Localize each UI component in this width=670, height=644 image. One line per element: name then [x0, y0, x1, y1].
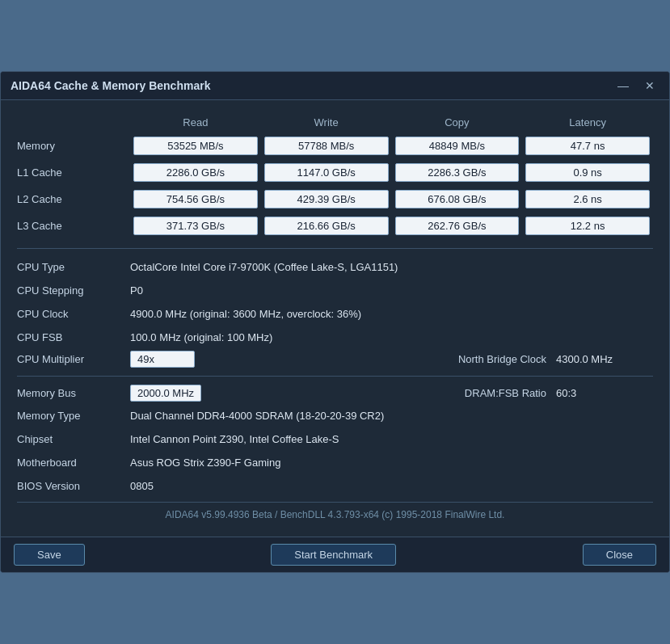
motherboard-row: Motherboard Asus ROG Strix Z390-F Gaming: [17, 452, 653, 472]
dram-fsb-value: 60:3: [556, 387, 653, 399]
memory-copy: 48849 MB/s: [395, 137, 520, 155]
motherboard-value: Asus ROG Strix Z390-F Gaming: [130, 457, 653, 469]
cpu-fsb-value: 100.0 MHz (original: 100 MHz): [130, 331, 653, 343]
col-latency-header: Latency: [522, 113, 653, 132]
motherboard-label: Motherboard: [17, 457, 130, 469]
cpu-multiplier-value: 49x: [130, 351, 195, 368]
footer-text: AIDA64 v5.99.4936 Beta / BenchDLL 4.3.79…: [17, 502, 653, 524]
bios-version-label: BIOS Version: [17, 480, 130, 492]
cpu-stepping-value: P0: [130, 284, 653, 297]
content-area: Read Write Copy Latency Memory 53525 MB/…: [1, 100, 669, 537]
cpu-multiplier-label: CPU Multiplier: [17, 353, 130, 365]
row-memory-label: Memory: [17, 140, 130, 152]
chipset-value: Intel Cannon Point Z390, Intel Coffee La…: [130, 433, 653, 445]
l3-write: 216.66 GB/s: [264, 217, 389, 235]
memory-bus-row: Memory Bus 2000.0 MHz DRAM:FSB Ratio 60:…: [17, 385, 653, 402]
row-l1-label: L1 Cache: [17, 166, 130, 179]
window-title: AIDA64 Cache & Memory Benchmark: [11, 79, 210, 92]
row-l3-label: L3 Cache: [17, 220, 130, 232]
bios-version-value: 0805: [130, 480, 653, 492]
chipset-row: Chipset Intel Cannon Point Z390, Intel C…: [17, 429, 653, 448]
cpu-fsb-label: CPU FSB: [17, 331, 130, 343]
l2-copy: 676.08 GB/s: [395, 190, 520, 208]
close-button-bar[interactable]: Close: [583, 544, 656, 566]
table-row: Memory 53525 MB/s 57788 MB/s 48849 MB/s …: [17, 137, 653, 155]
l1-write: 1147.0 GB/s: [264, 163, 389, 182]
north-bridge-clock-value: 4300.0 MHz: [556, 353, 653, 365]
memory-read: 53525 MB/s: [133, 137, 258, 155]
cpu-clock-value: 4900.0 MHz (original: 3600 MHz, overcloc…: [130, 308, 653, 320]
table-row: L3 Cache 371.73 GB/s 216.66 GB/s 262.76 …: [17, 217, 653, 235]
l1-latency: 0.9 ns: [525, 163, 650, 182]
memory-latency: 47.7 ns: [525, 137, 650, 155]
table-row: L2 Cache 754.56 GB/s 429.39 GB/s 676.08 …: [17, 190, 653, 208]
cpu-multiplier-value-box: 49x: [130, 351, 427, 368]
memory-bus-label: Memory Bus: [17, 387, 130, 399]
save-button[interactable]: Save: [14, 544, 85, 566]
memory-bus-value: 2000.0 MHz: [130, 385, 201, 402]
main-window: AIDA64 Cache & Memory Benchmark — ✕ Read…: [0, 71, 670, 573]
cpu-clock-row: CPU Clock 4900.0 MHz (original: 3600 MHz…: [17, 304, 653, 323]
close-button[interactable]: ✕: [640, 78, 659, 93]
memory-write: 57788 MB/s: [264, 137, 389, 155]
cpu-clock-label: CPU Clock: [17, 308, 130, 320]
col-write-header: Write: [261, 113, 392, 132]
start-benchmark-button[interactable]: Start Benchmark: [271, 544, 396, 566]
bios-version-row: BIOS Version 0805: [17, 476, 653, 495]
memory-type-label: Memory Type: [17, 410, 130, 422]
memory-type-row: Memory Type Dual Channel DDR4-4000 SDRAM…: [17, 406, 653, 425]
l3-copy: 262.76 GB/s: [395, 217, 520, 235]
title-bar: AIDA64 Cache & Memory Benchmark — ✕: [1, 72, 669, 100]
table-row: L1 Cache 2286.0 GB/s 1147.0 GB/s 2286.3 …: [17, 163, 653, 182]
l3-latency: 12.2 ns: [525, 217, 650, 235]
col-copy-header: Copy: [392, 113, 523, 132]
minimize-button[interactable]: —: [613, 78, 634, 93]
l1-copy: 2286.3 GB/s: [395, 163, 520, 182]
l2-write: 429.39 GB/s: [264, 190, 389, 208]
section-divider-2: [17, 376, 653, 377]
dram-fsb-label: DRAM:FSB Ratio: [427, 387, 556, 399]
section-divider: [17, 248, 653, 249]
cpu-type-row: CPU Type OctalCore Intel Core i7-9700K (…: [17, 257, 653, 276]
cpu-type-value: OctalCore Intel Core i7-9700K (Coffee La…: [130, 261, 653, 273]
button-bar: Save Start Benchmark Close: [1, 537, 669, 572]
cpu-stepping-label: CPU Stepping: [17, 284, 130, 297]
cpu-multiplier-row: CPU Multiplier 49x North Bridge Clock 43…: [17, 351, 653, 368]
col-read-header: Read: [130, 113, 261, 132]
north-bridge-clock-label: North Bridge Clock: [427, 353, 556, 365]
window-controls: — ✕: [613, 78, 659, 93]
memory-type-value: Dual Channel DDR4-4000 SDRAM (18-20-20-3…: [130, 410, 653, 422]
bench-header-row: Read Write Copy Latency: [17, 113, 653, 132]
cpu-info-section: CPU Type OctalCore Intel Core i7-9700K (…: [17, 257, 653, 368]
memory-bus-value-box: 2000.0 MHz: [130, 385, 427, 402]
benchmark-table: Read Write Copy Latency Memory 53525 MB/…: [17, 113, 653, 235]
memory-info-section: Memory Bus 2000.0 MHz DRAM:FSB Ratio 60:…: [17, 385, 653, 495]
l2-latency: 2.6 ns: [525, 190, 650, 208]
cpu-fsb-row: CPU FSB 100.0 MHz (original: 100 MHz): [17, 327, 653, 347]
l2-read: 754.56 GB/s: [133, 190, 258, 208]
col-label-header: [17, 113, 130, 132]
row-l2-label: L2 Cache: [17, 193, 130, 205]
cpu-stepping-row: CPU Stepping P0: [17, 280, 653, 300]
l1-read: 2286.0 GB/s: [133, 163, 258, 182]
chipset-label: Chipset: [17, 433, 130, 445]
cpu-type-label: CPU Type: [17, 261, 130, 273]
l3-read: 371.73 GB/s: [133, 217, 258, 235]
